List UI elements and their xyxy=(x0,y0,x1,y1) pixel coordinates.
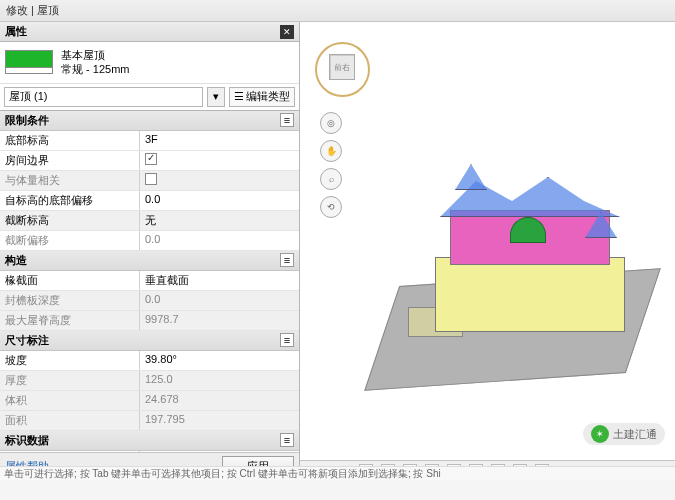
model-preview xyxy=(360,142,660,402)
property-value[interactable] xyxy=(140,171,299,190)
property-value[interactable]: 9978.7 xyxy=(140,311,299,330)
properties-palette: 属性 ✕ 基本屋顶 常规 - 125mm ▾ ☰ 编辑类型 限制条件≡底部标高3… xyxy=(0,22,300,480)
watermark-text: 土建汇通 xyxy=(613,427,657,442)
property-row: 面积197.795 xyxy=(0,411,299,431)
instance-selector-row: ▾ ☰ 编辑类型 xyxy=(0,84,299,111)
steering-wheel-icon[interactable]: ◎ xyxy=(320,112,342,134)
view-cube[interactable]: 前右 xyxy=(315,42,370,97)
property-value[interactable]: 24.678 xyxy=(140,391,299,410)
group-title: 构造 xyxy=(5,253,27,268)
group-expander-icon[interactable]: ≡ xyxy=(280,253,294,267)
property-value[interactable]: 0.0 xyxy=(140,231,299,250)
property-label: 截断偏移 xyxy=(0,231,140,250)
active-tab-label: 修改 | 屋顶 xyxy=(6,4,59,16)
property-row: 最大屋脊高度9978.7 xyxy=(0,311,299,331)
property-row: 厚度125.0 xyxy=(0,371,299,391)
status-hint: 单击可进行选择; 按 Tab 键并单击可选择其他项目; 按 Ctrl 键并单击可… xyxy=(0,466,675,480)
property-label: 厚度 xyxy=(0,371,140,390)
property-value[interactable]: 垂直截面 xyxy=(140,271,299,290)
property-label: 自标高的底部偏移 xyxy=(0,191,140,210)
zoom-icon[interactable]: ⌕ xyxy=(320,168,342,190)
group-expander-icon[interactable]: ≡ xyxy=(280,433,294,447)
properties-title: 属性 xyxy=(5,24,27,39)
property-value[interactable]: 3F xyxy=(140,131,299,150)
edit-type-label: 编辑类型 xyxy=(246,89,290,104)
group-expander-icon[interactable]: ≡ xyxy=(280,113,294,127)
family-name: 基本屋顶 xyxy=(61,48,129,62)
properties-header: 属性 ✕ xyxy=(0,22,299,42)
close-icon[interactable]: ✕ xyxy=(280,25,294,39)
property-group-header[interactable]: 标识数据≡ xyxy=(0,431,299,451)
property-row: 截断标高无 xyxy=(0,211,299,231)
property-value[interactable]: 197.795 xyxy=(140,411,299,430)
property-value[interactable]: 0.0 xyxy=(140,291,299,310)
property-label: 封檐板深度 xyxy=(0,291,140,310)
type-selector[interactable]: 基本屋顶 常规 - 125mm xyxy=(0,42,299,84)
property-label: 截断标高 xyxy=(0,211,140,230)
group-expander-icon[interactable]: ≡ xyxy=(280,333,294,347)
watermark: ✶ 土建汇通 xyxy=(583,423,665,445)
property-group-header[interactable]: 限制条件≡ xyxy=(0,111,299,131)
viewport-3d[interactable]: 前右 ◎ ✋ ⌕ ⟲ ✶ 土建汇通 1 : 100 | xyxy=(300,22,675,480)
property-label: 体积 xyxy=(0,391,140,410)
navigation-bar: ◎ ✋ ⌕ ⟲ xyxy=(320,112,342,218)
property-row: 自标高的底部偏移0.0 xyxy=(0,191,299,211)
orbit-icon[interactable]: ⟲ xyxy=(320,196,342,218)
family-swatch xyxy=(5,50,53,74)
property-label: 底部标高 xyxy=(0,131,140,150)
family-type: 常规 - 125mm xyxy=(61,62,129,76)
property-label: 最大屋脊高度 xyxy=(0,311,140,330)
instance-selector-input[interactable] xyxy=(4,87,203,107)
view-cube-face[interactable]: 前右 xyxy=(329,54,355,80)
property-label: 房间边界 xyxy=(0,151,140,170)
group-title: 标识数据 xyxy=(5,433,49,448)
property-label: 椽截面 xyxy=(0,271,140,290)
properties-grid: 限制条件≡底部标高3F房间边界与体量相关自标高的底部偏移0.0截断标高无截断偏移… xyxy=(0,111,299,452)
ribbon-tab-bar: 修改 | 屋顶 xyxy=(0,0,675,22)
chevron-down-icon[interactable]: ▾ xyxy=(207,87,225,107)
property-label: 坡度 xyxy=(0,351,140,370)
property-row: 底部标高3F xyxy=(0,131,299,151)
property-group-header[interactable]: 构造≡ xyxy=(0,251,299,271)
property-row: 坡度39.80° xyxy=(0,351,299,371)
checkbox[interactable] xyxy=(145,173,157,185)
property-value[interactable]: 125.0 xyxy=(140,371,299,390)
edit-type-icon: ☰ xyxy=(234,90,244,103)
property-value[interactable]: 无 xyxy=(140,211,299,230)
property-row: 椽截面垂直截面 xyxy=(0,271,299,291)
group-title: 限制条件 xyxy=(5,113,49,128)
wechat-icon: ✶ xyxy=(591,425,609,443)
property-label: 面积 xyxy=(0,411,140,430)
property-row: 截断偏移0.0 xyxy=(0,231,299,251)
property-row: 体积24.678 xyxy=(0,391,299,411)
group-title: 尺寸标注 xyxy=(5,333,49,348)
property-value[interactable]: 0.0 xyxy=(140,191,299,210)
family-text: 基本屋顶 常规 - 125mm xyxy=(61,48,129,77)
property-group-header[interactable]: 尺寸标注≡ xyxy=(0,331,299,351)
pan-icon[interactable]: ✋ xyxy=(320,140,342,162)
property-row: 与体量相关 xyxy=(0,171,299,191)
property-row: 封檐板深度0.0 xyxy=(0,291,299,311)
checkbox[interactable] xyxy=(145,153,157,165)
main-area: 属性 ✕ 基本屋顶 常规 - 125mm ▾ ☰ 编辑类型 限制条件≡底部标高3… xyxy=(0,22,675,480)
edit-type-button[interactable]: ☰ 编辑类型 xyxy=(229,87,295,107)
property-label: 与体量相关 xyxy=(0,171,140,190)
property-value[interactable] xyxy=(140,151,299,170)
property-row: 房间边界 xyxy=(0,151,299,171)
property-value[interactable]: 39.80° xyxy=(140,351,299,370)
